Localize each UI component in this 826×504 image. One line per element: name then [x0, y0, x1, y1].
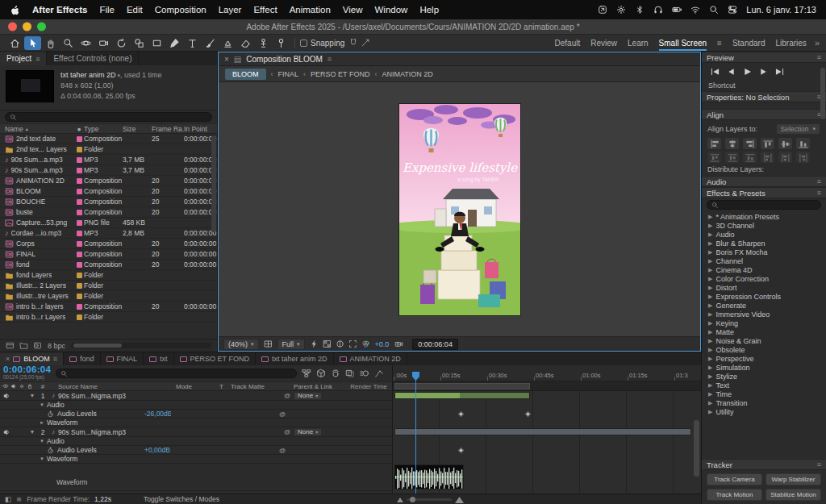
bluetooth-icon[interactable]	[635, 5, 645, 15]
panel-menu-icon[interactable]: ≡	[53, 355, 57, 363]
effects-category-channel[interactable]: ▶Channel	[702, 256, 826, 265]
solo-icon[interactable]	[19, 383, 25, 389]
rotation-tool[interactable]	[113, 36, 130, 50]
breadcrumb-animation-2d[interactable]: ANIMATION 2D	[382, 70, 432, 78]
pan-camera-tool[interactable]	[95, 36, 112, 50]
label-color[interactable]	[77, 231, 82, 236]
panel-menu-icon[interactable]: ≡	[327, 55, 332, 63]
menu-help[interactable]: Help	[419, 5, 439, 15]
workspace-overflow-button[interactable]: »	[815, 38, 820, 48]
work-area-bar[interactable]	[393, 381, 701, 391]
timeline-tab-animation-2d[interactable]: ANIMATION 2D	[334, 352, 407, 365]
last-frame-button[interactable]	[774, 68, 785, 76]
effects-category-immersive-video[interactable]: ▶Immersive Video	[702, 310, 826, 319]
keyframe-icon[interactable]	[525, 411, 531, 417]
effects-category-keying[interactable]: ▶Keying	[702, 319, 826, 327]
pick-whip-icon[interactable]: @	[281, 392, 294, 399]
label-color[interactable]	[77, 241, 82, 247]
menu-view[interactable]: View	[343, 5, 363, 15]
label-color[interactable]	[77, 220, 82, 226]
col-mode[interactable]: Mode	[176, 383, 219, 390]
tab-effect-controls[interactable]: Effect Controls (none)	[47, 52, 139, 65]
chevron-right-icon[interactable]: ▶	[708, 249, 712, 256]
menu-composition[interactable]: Composition	[155, 5, 206, 15]
timeline-tab-perso-et-fond[interactable]: PERSO ET FOND	[174, 352, 256, 365]
chevron-right-icon[interactable]: ▶	[708, 223, 712, 229]
property-value[interactable]: -26,00dB	[144, 410, 171, 418]
parent-dropdown[interactable]: None▾	[294, 392, 322, 400]
exposure-value[interactable]: +0.0	[375, 340, 390, 348]
speaker-icon[interactable]	[10, 383, 17, 389]
twirl-icon[interactable]: ▾	[37, 438, 47, 444]
comp-marker-icon[interactable]: ◧	[5, 495, 11, 503]
timeline-search-input[interactable]	[56, 369, 297, 378]
property-audio-levels[interactable]: Audio Levels+0,00dB@	[0, 446, 392, 455]
battery-icon[interactable]	[672, 5, 682, 15]
next-frame-button[interactable]	[758, 68, 769, 76]
align-left-icon[interactable]	[707, 138, 721, 149]
chevron-right-icon[interactable]: ▶	[708, 276, 712, 282]
align-to-dropdown[interactable]: Selection▾	[776, 123, 820, 135]
selection-tool[interactable]	[24, 36, 41, 50]
project-item-capture-53-png[interactable]: Capture...53.pngPNG file458 KB	[0, 218, 217, 228]
preview-panel-header[interactable]: Preview≡	[702, 52, 826, 63]
timeline-tab-final[interactable]: FINAL	[101, 352, 144, 365]
puppet-pin-tool[interactable]	[273, 36, 290, 50]
draft-3d-icon[interactable]	[316, 369, 326, 378]
panel-menu-icon[interactable]: ≡	[35, 55, 40, 63]
project-h-scrollbar[interactable]	[71, 343, 211, 348]
align-bottom-icon[interactable]	[796, 138, 810, 149]
audio-toggle-icon[interactable]	[2, 428, 10, 436]
keyframe-icon[interactable]	[458, 411, 464, 417]
snapping-checkbox[interactable]	[300, 40, 307, 47]
distribute-v-center-icon[interactable]	[725, 152, 739, 163]
chevron-right-icon[interactable]: ▶	[708, 347, 712, 353]
menu-app-name[interactable]: After Effects	[32, 5, 87, 15]
channels-icon[interactable]	[361, 339, 370, 348]
graph-editor-icon[interactable]	[374, 369, 384, 378]
right-panel-scrollbar[interactable]	[820, 68, 825, 119]
chevron-right-icon[interactable]: ▶	[708, 391, 712, 398]
menu-layer[interactable]: Layer	[219, 5, 242, 15]
effects-category-transition[interactable]: ▶Transition	[702, 398, 826, 407]
create-comp-icon[interactable]	[33, 341, 42, 350]
label-color[interactable]	[77, 262, 82, 268]
label-color[interactable]	[77, 314, 82, 320]
project-item-2nd-tex-layers[interactable]: 2nd tex... LayersFolder	[0, 144, 217, 155]
brush-tool[interactable]	[202, 36, 219, 50]
project-item-90s-sum-a-mp3[interactable]: ♪90s Sum...a.mp3MP33,7 MB0:00:00:00	[0, 165, 217, 176]
twirl-icon[interactable]: ▾	[37, 402, 47, 408]
col-frame-rate[interactable]: Frame Ra...	[152, 125, 184, 133]
effects-category-boris-fx-mocha[interactable]: ▶Boris FX Mocha	[702, 248, 826, 256]
pick-whip-icon[interactable]: @	[276, 447, 289, 454]
distribute-bottom-icon[interactable]	[743, 152, 757, 163]
chevron-right-icon[interactable]: ▶	[708, 258, 712, 264]
properties-panel-header[interactable]: Properties: No Selection≡	[702, 91, 826, 102]
effects-category-utility[interactable]: ▶Utility	[702, 407, 826, 416]
label-color[interactable]	[77, 283, 82, 289]
magnification-dropdown[interactable]: (40%)▾	[223, 339, 259, 350]
timeline-zoom-slider[interactable]	[397, 496, 464, 503]
frame-blend-icon[interactable]	[345, 369, 355, 378]
col-source-name[interactable]: Source Name	[58, 383, 176, 390]
project-item-intro-b-r-layers[interactable]: intro b...r layersComposition200:00:00:0…	[0, 302, 217, 312]
effects-category-color-correction[interactable]: ▶Color Correction	[702, 274, 826, 283]
chevron-right-icon[interactable]: ▶	[708, 329, 712, 335]
label-color[interactable]	[77, 210, 82, 215]
col-size[interactable]: Size	[123, 125, 152, 133]
toggle-switches-button[interactable]: Toggle Switches / Modes	[144, 495, 219, 503]
playhead-line[interactable]	[415, 372, 416, 494]
chevron-right-icon[interactable]: ▶	[708, 231, 712, 238]
effects-category-obsolete[interactable]: ▶Obsolete	[702, 345, 826, 354]
timeline-v-scrollbar[interactable]	[694, 420, 699, 477]
workspace-menu-icon[interactable]: ≡	[717, 39, 722, 48]
project-item-90s-sum-a-mp3[interactable]: ♪90s Sum...a.mp3MP33,7 MB0:00:00:00	[0, 155, 217, 165]
property-group-waveform[interactable]: ▾Waveform	[0, 455, 392, 464]
layer-row-2[interactable]: ▼2♪90s Sum...Nigma.mp3@None▾	[0, 427, 392, 437]
headphones-icon[interactable]	[653, 5, 663, 15]
align-v-center-icon[interactable]	[778, 138, 792, 149]
chevron-right-icon[interactable]: ▶	[708, 267, 712, 273]
effects-category-noise-grain[interactable]: ▶Noise & Grain	[702, 336, 826, 345]
transparency-grid-icon[interactable]	[323, 339, 332, 348]
project-item-bouche[interactable]: BOUCHEComposition200:00:00:00	[0, 197, 217, 207]
